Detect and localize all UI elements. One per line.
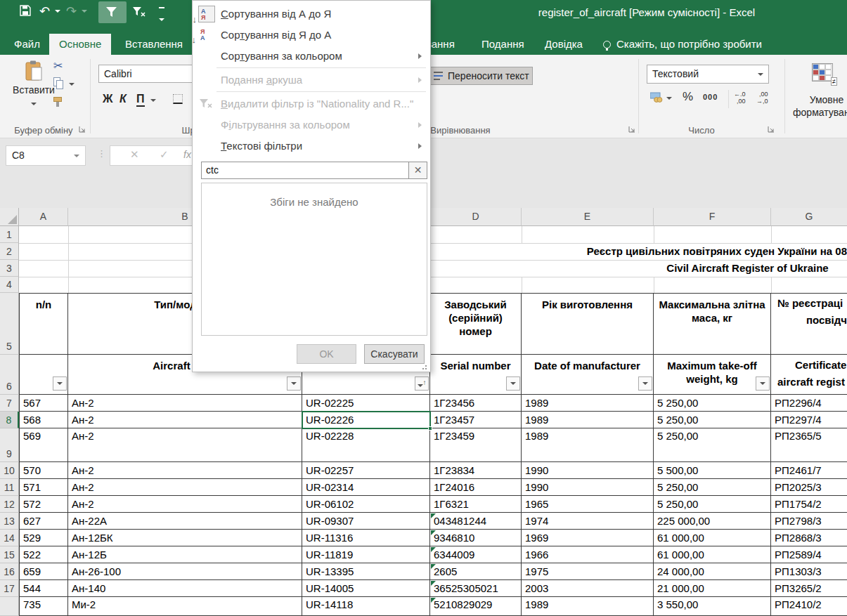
- cell-E17[interactable]: 2003: [522, 580, 654, 597]
- row-header-7[interactable]: 7: [0, 395, 19, 412]
- name-box[interactable]: C8: [6, 145, 86, 166]
- underline-dropdown-icon[interactable]: [150, 99, 156, 102]
- cell-G7[interactable]: РП2296/4: [771, 395, 847, 412]
- clear-search-icon[interactable]: ✕: [409, 162, 427, 179]
- cell-A12[interactable]: 572: [19, 496, 68, 513]
- tab-view[interactable]: Подання: [472, 34, 534, 55]
- comma-style-button[interactable]: 000: [703, 93, 718, 101]
- cell-B17[interactable]: Ан-140: [68, 580, 302, 597]
- cell-F14[interactable]: 61 000,00: [654, 530, 771, 546]
- cell-C12[interactable]: UR-06102: [302, 496, 430, 513]
- copy-dropdown-icon[interactable]: [69, 83, 75, 86]
- cell-F16[interactable]: 24 000,00: [654, 563, 771, 580]
- filter-button-A[interactable]: [53, 376, 67, 391]
- tab-home[interactable]: Основне: [49, 34, 111, 55]
- cell-C15[interactable]: UR-11819: [302, 546, 430, 563]
- filter-button-D[interactable]: [506, 376, 520, 391]
- conditional-formatting-label2[interactable]: форматування: [788, 107, 847, 118]
- cell-G9[interactable]: РП2365/5: [771, 428, 847, 462]
- cell-B18[interactable]: Ми-2: [68, 597, 302, 616]
- cell-C7[interactable]: UR-02225: [302, 395, 430, 412]
- cell-D15[interactable]: 6344009: [430, 546, 522, 563]
- percent-style-button[interactable]: %: [683, 90, 693, 104]
- cell-F18[interactable]: 3 550,00: [654, 597, 771, 616]
- cell-D14[interactable]: 9346810: [430, 530, 522, 546]
- cell-G17[interactable]: РП3265/2: [771, 580, 847, 597]
- cell-A18[interactable]: 735: [19, 597, 68, 616]
- cut-icon[interactable]: ✂: [53, 59, 63, 72]
- paste-dropdown-icon[interactable]: [31, 103, 37, 105]
- cell-D18[interactable]: 5210829029: [430, 597, 522, 616]
- cell-B15[interactable]: Ан-12Б: [68, 546, 302, 563]
- cell-C17[interactable]: UR-14005: [302, 580, 430, 597]
- row-header-17[interactable]: 17: [0, 580, 19, 597]
- wrap-text-button[interactable]: Переносити текст: [429, 67, 533, 85]
- cell-A10[interactable]: 570: [19, 462, 68, 479]
- cell-E16[interactable]: 1975: [522, 563, 654, 580]
- conditional-formatting-label1[interactable]: Умовне: [798, 94, 847, 105]
- row-header-8[interactable]: 8: [0, 412, 19, 428]
- cell-B11[interactable]: Ан-2: [68, 479, 302, 496]
- cell-F17[interactable]: 21 000,00: [654, 580, 771, 597]
- cell-E12[interactable]: 1965: [522, 496, 654, 513]
- filter-values-list[interactable]: Збіги не знайдено: [201, 183, 427, 336]
- cell-C16[interactable]: UR-13395: [302, 563, 430, 580]
- cell-A9[interactable]: 569: [19, 428, 68, 462]
- cell-C10[interactable]: UR-02257: [302, 462, 430, 479]
- cell-C14[interactable]: UR-11316: [302, 530, 430, 546]
- cell-F7[interactable]: 5 250,00: [654, 395, 771, 412]
- insert-function-icon[interactable]: fx: [183, 149, 191, 160]
- italic-button[interactable]: К: [119, 93, 127, 105]
- column-header-G[interactable]: G: [771, 208, 847, 226]
- number-format-combo[interactable]: Текстовий: [647, 65, 769, 84]
- column-header-F[interactable]: F: [654, 208, 771, 226]
- cell-B14[interactable]: Ан-12БК: [68, 530, 302, 546]
- cell-E9[interactable]: 1989: [522, 428, 654, 462]
- cell-B8[interactable]: Ан-2: [68, 412, 302, 428]
- cell-F12[interactable]: 5 250,00: [654, 496, 771, 513]
- select-all-corner[interactable]: [0, 208, 19, 226]
- cell-G8[interactable]: РП2297/4: [771, 412, 847, 428]
- row-header-13[interactable]: 13: [0, 513, 19, 530]
- ok-button[interactable]: OK: [297, 344, 356, 364]
- borders-icon[interactable]: [173, 94, 183, 104]
- row-header-6[interactable]: 6: [0, 355, 19, 395]
- enter-entry-icon[interactable]: ✓: [160, 148, 169, 161]
- column-header-A[interactable]: A: [19, 208, 68, 226]
- row-header[interactable]: [0, 597, 19, 616]
- paste-button[interactable]: Вставити: [13, 60, 55, 108]
- filter-button-B[interactable]: [287, 376, 301, 391]
- cancel-entry-icon[interactable]: ✕: [130, 148, 139, 161]
- tell-me-box[interactable]: Скажіть, що потрібно зробити: [603, 34, 762, 55]
- cell-G10[interactable]: РП2461/7: [771, 462, 847, 479]
- cell-F15[interactable]: 61 000,00: [654, 546, 771, 563]
- row-header-16[interactable]: 16: [0, 563, 19, 580]
- cell-B7[interactable]: Ан-2: [68, 395, 302, 412]
- cell-F9[interactable]: 5 250,00: [654, 428, 771, 462]
- number-dialog-launcher[interactable]: [768, 126, 775, 133]
- header-cell-e[interactable]: Рік виготовлення: [522, 293, 654, 355]
- column-header-D[interactable]: D: [430, 208, 522, 226]
- cell-D11[interactable]: 1Г24016: [430, 479, 522, 496]
- cell-B13[interactable]: Ан-22А: [68, 513, 302, 530]
- row-header-15[interactable]: 15: [0, 546, 19, 563]
- cell-D7[interactable]: 1Г23456: [430, 395, 522, 412]
- undo-dropdown-icon[interactable]: [55, 10, 60, 13]
- cell-G15[interactable]: РП2589/4: [771, 546, 847, 563]
- filter-button-sorted-icon[interactable]: ↑: [415, 376, 429, 391]
- cell-D17[interactable]: 36525305021: [430, 580, 522, 597]
- cell-E8[interactable]: 1989: [522, 412, 654, 428]
- accounting-dropdown-icon[interactable]: [666, 97, 672, 100]
- cancel-button[interactable]: Скасувати: [364, 344, 425, 364]
- row-header-14[interactable]: 14: [0, 530, 19, 546]
- cell-E11[interactable]: 1990: [522, 479, 654, 496]
- cell-A7[interactable]: 567: [19, 395, 68, 412]
- alignment-dialog-launcher[interactable]: [628, 126, 635, 133]
- cell-D12[interactable]: 1Г6321: [430, 496, 522, 513]
- row-header-10[interactable]: 10: [0, 462, 19, 479]
- header-cell-f[interactable]: Максимальна злітна маса, кг: [654, 293, 771, 355]
- clipboard-dialog-launcher[interactable]: [79, 126, 86, 133]
- conditional-formatting-icon[interactable]: ≠: [812, 63, 833, 83]
- cell-A11[interactable]: 571: [19, 479, 68, 496]
- menu-item-sort-az[interactable]: АЯ↓Сортування від А до Я: [193, 4, 430, 25]
